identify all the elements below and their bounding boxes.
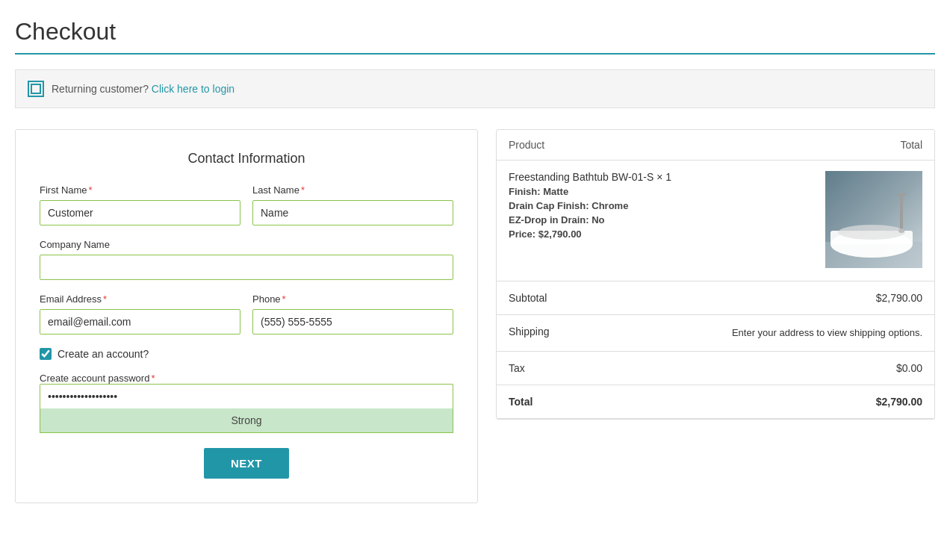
total-label: Total <box>497 385 701 418</box>
email-input[interactable] <box>40 309 240 335</box>
create-account-label[interactable]: Create an account? <box>58 348 149 360</box>
create-account-checkbox[interactable] <box>40 348 52 360</box>
contact-row: Email Address* Phone* <box>40 293 453 335</box>
svg-rect-7 <box>900 193 903 231</box>
last-name-label: Last Name* <box>252 184 453 196</box>
email-label: Email Address* <box>40 293 240 305</box>
svg-rect-8 <box>897 193 906 196</box>
company-name-group: Company Name <box>40 239 453 280</box>
page-title: Checkout <box>15 18 935 46</box>
password-input-wrapper: Strong <box>40 384 453 433</box>
email-required: * <box>103 293 107 305</box>
password-strength-indicator: Strong <box>40 408 453 433</box>
product-finish: Finish: Matte <box>509 186 689 197</box>
product-price: Price: $2,790.00 <box>509 228 689 240</box>
login-icon <box>28 81 44 97</box>
shipping-label: Shipping <box>497 315 701 352</box>
create-account-row: Create an account? <box>40 348 453 360</box>
login-link[interactable]: Click here to login <box>152 83 235 95</box>
svg-point-6 <box>838 225 905 240</box>
total-col-header: Total <box>701 130 934 161</box>
svg-point-9 <box>898 228 904 233</box>
product-ez-drop: EZ-Drop in Drain: No <box>509 214 689 225</box>
phone-group: Phone* <box>252 293 453 335</box>
password-label: Create account password* <box>40 373 155 384</box>
title-divider <box>15 53 935 55</box>
main-layout: Contact Information First Name* Last Nam… <box>15 129 935 503</box>
returning-customer-text: Returning customer? Click here to login <box>52 83 235 95</box>
subtotal-row: Subtotal $2,790.00 <box>497 281 934 315</box>
email-group: Email Address* <box>40 293 240 335</box>
page-wrapper: Checkout Returning customer? Click here … <box>0 0 950 521</box>
svg-rect-0 <box>31 84 40 93</box>
product-details-cell: Freestanding Bathtub BW-01-S × 1 Finish:… <box>497 161 701 281</box>
last-name-input[interactable] <box>252 200 453 225</box>
subtotal-label: Subtotal <box>497 281 701 315</box>
product-col-header: Product <box>497 130 701 161</box>
password-group: Create account password* Strong <box>40 372 453 433</box>
first-name-required: * <box>89 184 93 196</box>
total-row: Total $2,790.00 <box>497 385 934 418</box>
subtotal-value: $2,790.00 <box>701 281 934 315</box>
first-name-label: First Name* <box>40 184 240 196</box>
password-input[interactable] <box>40 384 453 408</box>
product-image <box>825 171 922 268</box>
phone-label: Phone* <box>252 293 453 305</box>
company-name-label: Company Name <box>40 239 453 250</box>
order-table: Product Total Freestanding Bathtub BW-01… <box>497 130 934 419</box>
tax-label: Tax <box>497 351 701 385</box>
company-row: Company Name <box>40 239 453 280</box>
name-row: First Name* Last Name* <box>40 184 453 225</box>
next-button[interactable]: NEXT <box>204 448 289 479</box>
company-name-input[interactable] <box>40 255 453 280</box>
tax-row: Tax $0.00 <box>497 351 934 385</box>
total-value: $2,790.00 <box>701 385 934 418</box>
product-drain-cap: Drain Cap Finish: Chrome <box>509 200 689 211</box>
first-name-input[interactable] <box>40 200 240 225</box>
shipping-text: Enter your address to view shipping opti… <box>701 315 934 352</box>
product-cell: Freestanding Bathtub BW-01-S × 1 Finish:… <box>509 171 689 240</box>
first-name-group: First Name* <box>40 184 240 225</box>
product-image-cell <box>701 161 934 281</box>
order-table-header-row: Product Total <box>497 130 934 161</box>
contact-panel-title: Contact Information <box>40 151 453 167</box>
order-panel: Product Total Freestanding Bathtub BW-01… <box>496 129 935 420</box>
product-name: Freestanding Bathtub BW-01-S × 1 <box>509 171 689 183</box>
tax-value: $0.00 <box>701 351 934 385</box>
returning-customer-bar: Returning customer? Click here to login <box>15 69 935 108</box>
shipping-row: Shipping Enter your address to view ship… <box>497 315 934 352</box>
password-required: * <box>151 373 155 384</box>
last-name-group: Last Name* <box>252 184 453 225</box>
phone-input[interactable] <box>252 309 453 335</box>
last-name-required: * <box>301 184 305 196</box>
phone-required: * <box>282 293 286 305</box>
product-row: Freestanding Bathtub BW-01-S × 1 Finish:… <box>497 161 934 281</box>
next-button-row: NEXT <box>40 448 453 479</box>
contact-panel: Contact Information First Name* Last Nam… <box>15 129 478 503</box>
